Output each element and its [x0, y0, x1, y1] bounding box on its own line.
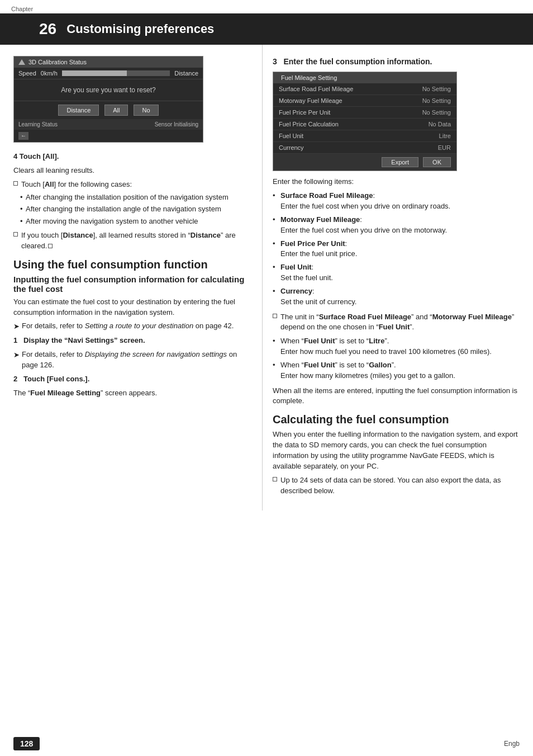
bullet-all-2: After changing the installation angle of… — [20, 204, 252, 215]
list-item: When “Fuel Unit” is set to “Gallon”.Ente… — [273, 360, 520, 381]
arrow-note1: ➤ For details, refer to Setting a route … — [13, 321, 252, 332]
square-note1: Touch [All] for the following cases: — [13, 179, 252, 190]
table-row: Surface Road Fuel MileageNo Setting — [273, 83, 456, 95]
list-item: Fuel Unit:Set the fuel unit. — [273, 262, 520, 284]
items-list: Surface Road Fuel Mileage:Enter the fuel… — [273, 191, 520, 307]
section2-title: Calculating the fuel consumption — [273, 413, 520, 426]
sensor-status-value: Sensor Initialising — [155, 121, 198, 127]
page-lang: Engb — [504, 740, 520, 748]
chapter-number: 26 — [28, 18, 63, 40]
sq-icon-2 — [273, 477, 277, 481]
all-button[interactable]: All — [104, 105, 128, 116]
list-item: When “Fuel Unit” is set to “Litre”.Enter… — [273, 336, 520, 357]
step3-heading: 3 Enter the fuel consumption information… — [273, 56, 520, 67]
square-icon-2 — [13, 232, 18, 237]
bullet-all-1: After changing the installation position… — [20, 192, 252, 203]
calibration-widget: 3D Calibration Status Speed 0km/h Distan… — [13, 56, 203, 143]
fuel-mileage-widget: Fuel Mileage Setting Surface Road Fuel M… — [273, 72, 457, 171]
sq-note1-text: The unit in “Surface Road Fuel Mileage” … — [280, 312, 520, 333]
chapter-label: Chapter — [0, 0, 533, 13]
section1-sub: Inputting the fuel consumption informati… — [13, 275, 252, 294]
learning-status-label: Learning Status — [18, 121, 58, 127]
step1-arrow-note: ➤ For details, refer to Displaying the s… — [13, 349, 252, 371]
sq-note2: Up to 24 sets of data can be stored. You… — [273, 475, 520, 497]
sq-note2-text: Up to 24 sets of data can be stored. You… — [280, 475, 520, 497]
page-number: 128 — [13, 737, 40, 750]
speed-value: 0km/h — [41, 70, 58, 77]
square-icon-1 — [13, 181, 18, 186]
step2-heading: 2 Touch [Fuel cons.]. — [13, 374, 252, 385]
step4-heading: 4 Touch [All]. — [13, 152, 252, 162]
sq-note1: The unit in “Surface Road Fuel Mileage” … — [273, 312, 520, 333]
section2-body: When you enter the fuelling information … — [273, 429, 520, 471]
back-icon[interactable]: ← — [18, 132, 28, 140]
widget-icon — [18, 59, 25, 65]
table-row: Fuel Price Per UnitNo Setting — [273, 107, 456, 119]
body1: You can estimate the fuel cost to your d… — [13, 297, 252, 318]
fuel-widget-title: Fuel Mileage Setting — [281, 74, 337, 81]
calibration-bar — [62, 70, 170, 76]
square-note1-text: Touch [All] for the following cases: — [21, 179, 132, 190]
step1-arrow-text: For details, refer to Displaying the scr… — [22, 349, 252, 371]
chapter-title: Customising preferences — [66, 22, 214, 36]
distance-label: Distance — [174, 70, 198, 77]
list-item: Fuel Price Per Unit:Enter the fuel unit … — [273, 239, 520, 260]
complete-text: When all the items are entered, inputtin… — [273, 386, 520, 407]
square-note2: If you touch [Distance], all learned res… — [13, 230, 252, 252]
list-item: Motorway Fuel Mileage:Enter the fuel cos… — [273, 215, 520, 236]
export-button[interactable]: Export — [382, 157, 418, 167]
calibration-title: 3D Calibration Status — [28, 59, 87, 65]
list-item: Surface Road Fuel Mileage:Enter the fuel… — [273, 191, 520, 212]
square-note2-text: If you touch [Distance], all learned res… — [21, 230, 252, 252]
table-row: Fuel Price CalculationNo Data — [273, 119, 456, 130]
table-row: Fuel UnitLitre — [273, 130, 456, 142]
bullet-all-3: After moving the navigation system to an… — [20, 216, 252, 227]
end-square-icon — [48, 244, 53, 248]
fuel-table: Surface Road Fuel MileageNo SettingMotor… — [273, 83, 456, 154]
arrow-note1-text: For details, refer to Setting a route to… — [22, 321, 234, 332]
distance-button[interactable]: Distance — [58, 105, 99, 116]
step2-body: The “Fuel Mileage Setting” screen appear… — [13, 388, 252, 399]
section1-title: Using the fuel consumption function — [13, 258, 252, 271]
step1-heading: 1 Display the “Navi Settings” screen. — [13, 336, 252, 346]
confirm-text: Are you sure you want to reset? — [61, 86, 155, 94]
step4-body: Clears all leaning results. — [13, 166, 252, 176]
speed-label: Speed — [18, 70, 36, 77]
fuel-unit-bullets-list: When “Fuel Unit” is set to “Litre”.Enter… — [273, 336, 520, 381]
list-item: Currency:Set the unit of currency. — [273, 286, 520, 308]
table-row: CurrencyEUR — [273, 142, 456, 154]
table-row: Motorway Fuel MileageNo Setting — [273, 95, 456, 107]
ok-button[interactable]: OK — [423, 157, 451, 167]
no-button[interactable]: No — [134, 105, 158, 116]
page-footer: 128 Engb — [0, 737, 533, 750]
sq-icon-1 — [273, 314, 277, 318]
arrow-sym-2: ➤ — [13, 350, 20, 361]
arrow-sym-1: ➤ — [13, 322, 20, 332]
enter-following: Enter the following items: — [273, 177, 520, 187]
chapter-header: 26 Customising preferences — [0, 13, 533, 45]
calibration-bar-fill — [62, 70, 127, 76]
bullets-all-list: After changing the installation position… — [13, 192, 252, 228]
